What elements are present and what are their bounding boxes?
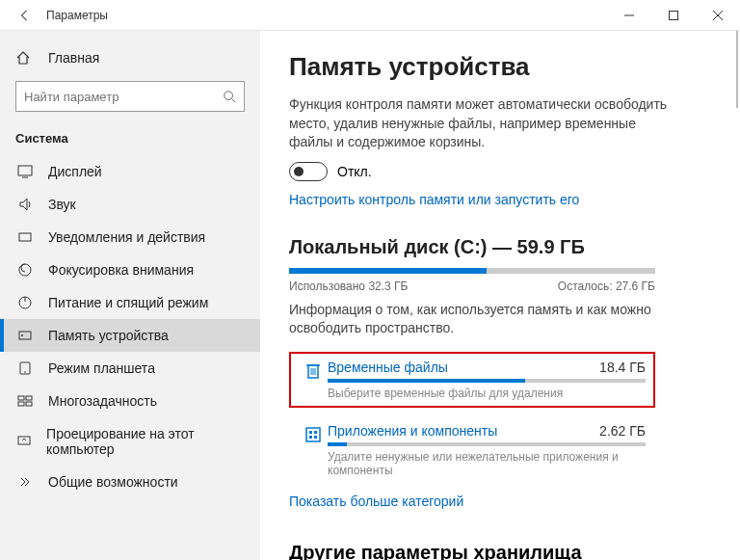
nav-label: Дисплей xyxy=(48,164,102,179)
svg-rect-19 xyxy=(18,437,30,444)
home-label: Главная xyxy=(48,50,99,66)
nav-icon xyxy=(15,295,35,310)
storage-sense-desc: Функция контроля памяти может автоматиче… xyxy=(289,95,674,152)
disk-header: Локальный диск (C:) — 59.9 ГБ xyxy=(289,236,711,258)
svg-rect-8 xyxy=(19,233,31,241)
nav-label: Фокусировка внимания xyxy=(48,262,194,278)
nav-label: Звук xyxy=(48,197,76,212)
nav-icon xyxy=(15,229,35,245)
svg-rect-27 xyxy=(314,431,317,434)
nav-icon xyxy=(15,360,35,376)
svg-point-12 xyxy=(21,334,23,336)
toggle-label: Откл. xyxy=(337,164,372,179)
disk-free: Осталось: 27.6 ГБ xyxy=(558,280,655,293)
disk-used: Использовано 32.3 ГБ xyxy=(289,280,408,293)
window-title: Параметры xyxy=(46,9,108,22)
category-name: Временные файлы xyxy=(328,360,448,375)
category-bar xyxy=(328,442,646,446)
svg-point-4 xyxy=(225,92,233,100)
storage-sense-toggle[interactable] xyxy=(289,162,328,181)
category-sub: Выберите временные файлы для удаления xyxy=(328,387,646,400)
storage-category-0[interactable]: Временные файлы18.4 ГБВыберите временные… xyxy=(289,352,655,408)
search-box[interactable] xyxy=(15,81,245,112)
disk-usage-bar xyxy=(289,268,655,274)
svg-line-5 xyxy=(232,99,236,103)
storage-category-1[interactable]: Приложения и компоненты2.62 ГБУдалите не… xyxy=(289,415,655,485)
svg-rect-6 xyxy=(18,166,32,175)
nav-icon xyxy=(15,262,35,278)
nav-label: Общие возможности xyxy=(48,474,178,490)
svg-rect-1 xyxy=(670,11,678,19)
sidebar-item-6[interactable]: Режим планшета xyxy=(0,352,260,385)
svg-point-14 xyxy=(24,371,26,373)
svg-rect-17 xyxy=(18,402,24,406)
nav-label: Проецирование на этот компьютер xyxy=(46,426,245,457)
sidebar-item-5[interactable]: Память устройства xyxy=(0,319,260,352)
window-controls xyxy=(607,0,740,31)
nav-label: Питание и спящий режим xyxy=(48,295,208,310)
show-more-link[interactable]: Показать больше категорий xyxy=(289,493,463,509)
svg-rect-16 xyxy=(26,396,32,400)
scrollbar[interactable] xyxy=(736,31,738,108)
nav-icon xyxy=(15,474,35,490)
nav-icon xyxy=(15,328,35,343)
minimize-button[interactable] xyxy=(607,0,651,31)
nav-icon xyxy=(15,164,35,179)
nav-label: Уведомления и действия xyxy=(48,229,205,245)
svg-rect-11 xyxy=(19,332,31,339)
svg-rect-28 xyxy=(309,436,312,439)
category-bar xyxy=(328,379,646,383)
sidebar-item-9[interactable]: Общие возможности xyxy=(0,466,260,498)
sidebar: Главная Система ДисплейЗвукУведомления и… xyxy=(0,31,260,560)
category-size: 18.4 ГБ xyxy=(599,360,646,375)
category-size: 2.62 ГБ xyxy=(599,423,646,439)
svg-rect-18 xyxy=(26,402,32,406)
sidebar-item-7[interactable]: Многозадачность xyxy=(0,385,260,417)
disk-stats: Использовано 32.3 ГБ Осталось: 27.6 ГБ xyxy=(289,280,655,293)
back-button[interactable] xyxy=(10,0,40,31)
nav-icon xyxy=(15,393,35,409)
category-name: Приложения и компоненты xyxy=(328,423,497,439)
sidebar-item-3[interactable]: Фокусировка внимания xyxy=(0,253,260,286)
nav-icon xyxy=(15,434,33,449)
maximize-button[interactable] xyxy=(651,0,696,31)
home-icon xyxy=(15,50,35,66)
nav-label: Режим планшета xyxy=(48,360,155,376)
sidebar-item-8[interactable]: Проецирование на этот компьютер xyxy=(0,417,260,466)
sidebar-item-1[interactable]: Звук xyxy=(0,188,260,221)
svg-rect-25 xyxy=(306,428,320,441)
nav-label: Память устройства xyxy=(48,328,169,343)
sidebar-item-4[interactable]: Питание и спящий режим xyxy=(0,286,260,319)
nav-label: Многозадачность xyxy=(48,393,157,409)
configure-link[interactable]: Настроить контроль памяти или запустить … xyxy=(289,192,579,207)
svg-rect-15 xyxy=(18,396,24,400)
search-input[interactable] xyxy=(24,90,223,104)
sidebar-item-2[interactable]: Уведомления и действия xyxy=(0,221,260,253)
sidebar-item-0[interactable]: Дисплей xyxy=(0,155,260,188)
close-button[interactable] xyxy=(696,0,740,31)
search-icon xyxy=(223,90,236,103)
page-title: Память устройства xyxy=(289,52,711,82)
category-sub: Удалите ненужные или нежелательные прило… xyxy=(328,450,646,477)
svg-rect-29 xyxy=(314,436,317,439)
svg-rect-26 xyxy=(309,431,312,434)
category-icon xyxy=(299,423,328,477)
home-link[interactable]: Главная xyxy=(0,44,260,71)
other-header: Другие параметры хранилища xyxy=(289,542,711,560)
disk-info: Информация о том, как используется памят… xyxy=(289,301,711,338)
category-icon xyxy=(299,360,328,400)
titlebar: Параметры xyxy=(0,0,740,31)
nav-icon xyxy=(15,197,35,212)
main-pane: Память устройства Функция контроля памят… xyxy=(260,31,740,560)
category-header: Система xyxy=(0,125,260,155)
